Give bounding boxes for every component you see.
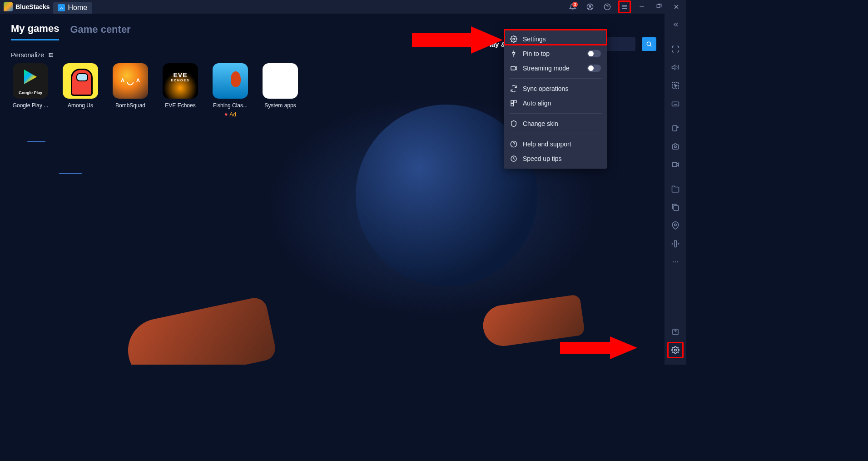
among-us-icon (63, 63, 98, 99)
help-icon (510, 140, 517, 148)
svg-point-37 (675, 146, 677, 148)
divider (509, 134, 602, 134)
svg-rect-21 (514, 100, 516, 103)
home-tab-icon (58, 4, 65, 11)
account-button[interactable] (584, 0, 596, 13)
fullscreen-button[interactable] (667, 41, 684, 57)
right-sidebar (665, 14, 686, 365)
svg-point-17 (52, 56, 53, 57)
menu-auto-align[interactable]: Auto align (504, 96, 607, 110)
menu-speed-up-tips[interactable]: Speed up tips (504, 151, 607, 166)
fishing-clash-icon (213, 63, 248, 99)
volume-button[interactable] (667, 59, 684, 75)
annotation-arrow (560, 336, 637, 359)
settings-icon (510, 35, 517, 43)
svg-point-15 (49, 55, 50, 55)
menu-help-support[interactable]: Help and support (504, 137, 607, 151)
menu-settings[interactable]: Settings (504, 32, 607, 46)
svg-rect-40 (674, 205, 679, 210)
svg-point-43 (673, 261, 674, 262)
svg-point-13 (52, 53, 53, 54)
svg-marker-27 (672, 65, 675, 70)
app-label: BombSquad (111, 102, 150, 109)
menu-pin-to-top[interactable]: Pin to top (504, 46, 607, 61)
maximize-button[interactable] (653, 0, 665, 13)
ad-badge: ♥ Ad (224, 111, 236, 118)
app-fishing-clash[interactable]: Fishing Clas... ♥ Ad (211, 63, 250, 118)
sidebar-settings-button[interactable] (667, 342, 684, 358)
location-button[interactable] (667, 217, 684, 234)
brand-text: BlueStacks (15, 3, 50, 10)
svg-point-18 (513, 38, 515, 40)
rotate-button[interactable] (667, 236, 684, 252)
collapse-sidebar-button[interactable] (667, 16, 684, 33)
menu-label: Streaming mode (523, 65, 570, 72)
align-icon (510, 100, 517, 107)
sync-icon (510, 85, 517, 92)
menu-change-skin[interactable]: Change skin (504, 116, 607, 131)
app-bombsquad[interactable]: BombSquad (111, 63, 150, 118)
svg-rect-29 (672, 102, 679, 106)
svg-line-11 (650, 45, 652, 47)
install-apk-button[interactable] (667, 120, 684, 136)
multi-instance-button[interactable] (667, 199, 684, 215)
personalize-label[interactable]: Personalize (11, 51, 44, 59)
app-google-play[interactable]: Google Play ... (11, 63, 50, 118)
app-label: System apps (261, 102, 300, 109)
bluestacks-logo-icon (4, 2, 13, 11)
app-system-apps[interactable]: System apps (261, 63, 300, 118)
personalize-icon[interactable] (48, 52, 54, 58)
svg-rect-22 (511, 104, 513, 106)
svg-rect-42 (675, 241, 677, 247)
hamburger-dropdown: Settings Pin to top Streaming mode Sync … (504, 29, 607, 169)
cursor-lock-button[interactable] (667, 77, 684, 94)
svg-rect-20 (511, 100, 513, 103)
menu-label: Settings (523, 35, 546, 43)
keyboard-controls-button[interactable] (667, 95, 684, 112)
pin-toggle[interactable] (587, 50, 601, 57)
bg-streak (27, 141, 45, 142)
record-button[interactable] (667, 156, 684, 173)
svg-point-10 (647, 42, 650, 45)
bombsquad-icon (113, 63, 148, 99)
media-folder-button[interactable] (667, 181, 684, 197)
menu-label: Speed up tips (523, 155, 562, 162)
skin-icon (510, 120, 517, 127)
help-button[interactable] (601, 0, 614, 13)
app-label: Fishing Clas... (211, 102, 250, 109)
app-eve-echoes[interactable]: EVE Echoes (161, 63, 200, 118)
tab-my-games[interactable]: My games (11, 23, 59, 40)
home-tab-label: Home (68, 4, 87, 12)
search-button[interactable] (642, 37, 656, 51)
screenshot-button[interactable] (667, 138, 684, 155)
eve-echoes-icon (163, 63, 198, 99)
svg-point-41 (675, 224, 677, 226)
menu-sync-operations[interactable]: Sync operations (504, 81, 607, 96)
ad-text: Ad (229, 111, 236, 118)
svg-point-44 (675, 261, 676, 262)
menu-label: Help and support (523, 140, 571, 148)
menu-label: Pin to top (523, 50, 550, 57)
sidebar-help-button[interactable] (667, 324, 684, 340)
annotation-arrow (412, 26, 503, 54)
more-tools-button[interactable] (667, 254, 684, 270)
notifications-button[interactable]: 3 (566, 0, 579, 13)
streaming-toggle[interactable] (587, 65, 601, 72)
svg-rect-7 (657, 5, 660, 8)
speed-icon (510, 155, 517, 162)
bg-ship (122, 296, 278, 365)
app-among-us[interactable]: Among Us (61, 63, 100, 118)
tab-home[interactable]: Home (53, 2, 92, 14)
pin-icon (510, 50, 517, 57)
bg-streak (59, 173, 82, 174)
svg-rect-35 (673, 125, 677, 131)
minimize-button[interactable] (635, 0, 648, 13)
brand-logo: BlueStacks (4, 2, 50, 11)
close-button[interactable] (670, 0, 683, 13)
hamburger-menu-button[interactable] (618, 0, 631, 13)
svg-point-45 (677, 261, 678, 262)
tab-game-center[interactable]: Game center (70, 24, 130, 40)
menu-streaming-mode[interactable]: Streaming mode (504, 61, 607, 75)
svg-rect-19 (511, 66, 515, 70)
menu-label: Change skin (523, 120, 558, 127)
